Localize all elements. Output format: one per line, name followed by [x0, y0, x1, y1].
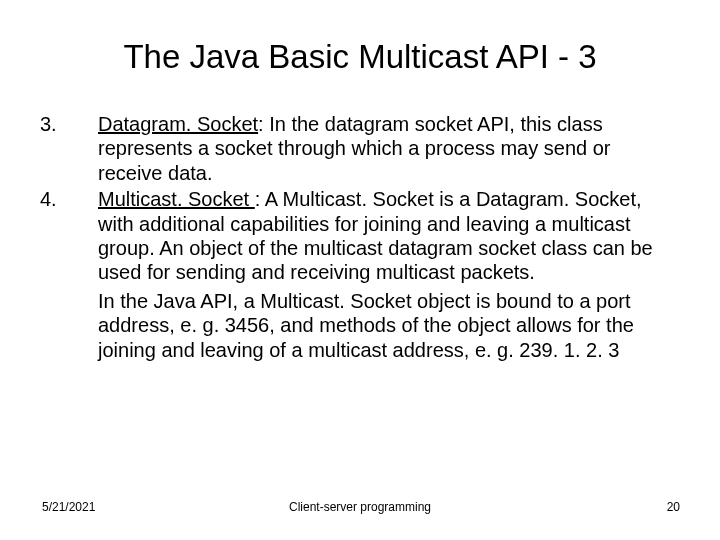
continuation-text: In the Java API, a Multicast. Socket obj… — [98, 289, 680, 362]
footer: 5/21/2021 Client-server programming 20 — [0, 500, 720, 514]
footer-page: 20 — [482, 500, 720, 514]
item-term: Datagram. Socket — [98, 113, 258, 135]
list-item: 4. Multicast. Socket : A Multicast. Sock… — [40, 187, 680, 285]
item-number: 3. — [40, 112, 98, 185]
item-text: Multicast. Socket : A Multicast. Socket … — [98, 187, 680, 285]
footer-date: 5/21/2021 — [0, 500, 238, 514]
slide: The Java Basic Multicast API - 3 3. Data… — [0, 0, 720, 540]
footer-title: Client-server programming — [238, 500, 483, 514]
list-item: 3. Datagram. Socket: In the datagram soc… — [40, 112, 680, 185]
item-number: 4. — [40, 187, 98, 285]
slide-title: The Java Basic Multicast API - 3 — [0, 38, 720, 76]
slide-body: 3. Datagram. Socket: In the datagram soc… — [0, 76, 720, 362]
item-text: Datagram. Socket: In the datagram socket… — [98, 112, 680, 185]
item-term: Multicast. Socket — [98, 188, 255, 210]
